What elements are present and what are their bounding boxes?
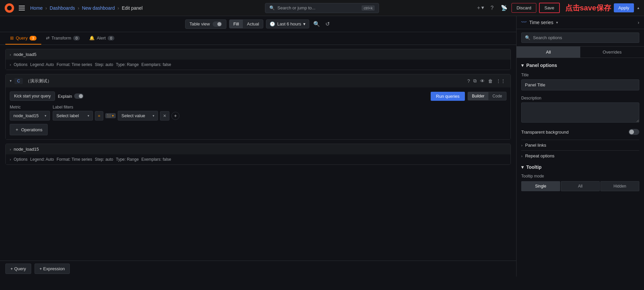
metric-select[interactable]: node_load15 ▾ [10, 111, 50, 121]
filter-operator-select[interactable]: = [95, 111, 103, 121]
right-panel: 〰 Time series ▾ › 🔍 Search options All O… [517, 16, 644, 277]
query-c-help-icon[interactable]: ? [466, 77, 471, 85]
actual-option[interactable]: Actual [243, 20, 263, 28]
panel-options-label: Panel options [526, 63, 557, 68]
tab-query[interactable]: ⊞ Query 3 [5, 32, 41, 45]
query-c-collapse-icon[interactable]: ▾ [10, 79, 12, 83]
title-input[interactable] [521, 79, 639, 90]
breadcrumb-home[interactable]: Home [30, 5, 43, 11]
repeat-options-row[interactable]: › Repeat options [521, 150, 639, 161]
time-range-picker[interactable]: 🕐 Last 6 hours ▾ [266, 19, 309, 28]
query-c-visibility-icon[interactable]: 👁 [479, 77, 486, 85]
run-queries-button[interactable]: Run queries [431, 92, 465, 101]
operator-dropdown-arrow[interactable]: ▾ [111, 114, 114, 118]
search-options-icon: 🔍 [525, 35, 530, 40]
kick-start-button[interactable]: Kick start your query [10, 91, 55, 101]
repeat-options-expand-icon: › [521, 154, 523, 158]
select-label-text: Select label [56, 113, 79, 118]
fill-actual-toggle[interactable]: Fill Actual [229, 19, 264, 28]
table-view-switch[interactable] [213, 21, 222, 27]
builder-option[interactable]: Builder [468, 92, 488, 100]
metric-value: node_load15 [13, 113, 39, 118]
title-field-group: Title [521, 73, 639, 90]
right-content: ▾ Panel options Title Description Transp… [517, 58, 644, 277]
breadcrumb-dashboards[interactable]: Dashboards [50, 5, 75, 11]
panel-right-expand-icon[interactable]: › [638, 20, 639, 25]
panel-collapse-icon[interactable]: ▲ [637, 6, 640, 10]
query-b-format: Format: Time series [57, 157, 92, 162]
explain-switch[interactable] [74, 93, 84, 99]
query-c-drag-icon[interactable]: ⋮⋮ [495, 77, 506, 85]
alert-tab-label: Alert [97, 35, 106, 41]
query-b-expand-icon[interactable]: › [10, 147, 11, 151]
right-panel-tabs: All Overrides [517, 47, 644, 58]
query-a-exemplars: Exemplars: false [142, 62, 171, 67]
refresh-button[interactable]: ↺ [324, 19, 331, 28]
query-a-step: Step: auto [95, 62, 113, 67]
breadcrumb-new-dashboard[interactable]: New dashboard [82, 5, 115, 11]
query-c-toolbar: Kick start your query Explain Run querie… [10, 91, 506, 101]
hamburger-menu-icon[interactable] [19, 6, 25, 10]
query-b-options-label: Options [14, 157, 28, 162]
logo[interactable] [4, 3, 15, 13]
add-filter-button[interactable]: ＋ [171, 112, 179, 120]
tooltip-hidden-option[interactable]: Hidden [600, 181, 639, 191]
metric-group: Metric node_load15 ▾ [10, 105, 50, 121]
transparent-bg-toggle[interactable] [629, 129, 639, 135]
query-c-letter: C [14, 78, 23, 84]
description-field-label: Description [521, 96, 639, 100]
select-value-text: Select value [121, 113, 145, 118]
tab-alert[interactable]: 🔔 Alert 0 [85, 32, 119, 45]
select-label-input[interactable]: Select label ▾ [53, 111, 93, 121]
query-c-delete-icon[interactable]: 🗑 [487, 77, 494, 85]
search-container[interactable]: 🔍 Search or jump to... ctrl+k [265, 3, 379, 13]
zoom-out-button[interactable]: 🔍 [312, 19, 321, 28]
clear-filter-button[interactable]: ✕ [160, 111, 169, 121]
tab-overrides[interactable]: Overrides [580, 47, 644, 58]
panel-links-row[interactable]: › Panel links [521, 140, 639, 150]
select-value-input[interactable]: Select value ▾ [118, 111, 158, 121]
table-view-toggle[interactable]: Table view [185, 19, 226, 29]
transform-tab-icon: ⇄ [46, 35, 50, 41]
panel-links-label: Panel links [525, 143, 546, 148]
operations-button[interactable]: ＋ Operations [10, 124, 48, 135]
label-filters-label: Label filters [53, 105, 179, 110]
notifications-icon[interactable]: 📡 [499, 3, 509, 13]
query-a-options-expand[interactable]: › [10, 63, 11, 67]
grafana-logo-icon [5, 3, 14, 13]
query-b-options-expand[interactable]: › [10, 157, 11, 161]
builder-code-toggle: Builder Code [468, 92, 506, 100]
tooltip-single-option[interactable]: Single [521, 181, 560, 191]
search-shortcut: ctrl+k [362, 5, 375, 11]
add-expression-button[interactable]: + Expression [35, 264, 70, 274]
tab-all[interactable]: All [517, 47, 580, 58]
tooltip-all-option[interactable]: All [561, 181, 600, 191]
global-search-bar[interactable]: 🔍 Search or jump to... ctrl+k [265, 3, 379, 13]
description-textarea[interactable] [521, 102, 639, 123]
tab-transform[interactable]: ⇄ Transform 0 [41, 32, 85, 45]
save-button[interactable]: Save [539, 3, 560, 13]
apply-button[interactable]: Apply [614, 3, 634, 12]
fill-option[interactable]: Fill [229, 20, 243, 28]
operations-label: Operations [21, 127, 43, 132]
repeat-options-label: Repeat options [525, 153, 554, 158]
panel-options-collapse-icon: ▾ [521, 63, 524, 68]
viz-dropdown-arrow[interactable]: ▾ [556, 20, 558, 25]
search-options-input[interactable]: 🔍 Search options [521, 32, 639, 43]
query-c-duplicate-icon[interactable]: ⧉ [472, 77, 478, 85]
panel-options-section-header[interactable]: ▾ Panel options [521, 63, 639, 68]
query-a-expand-icon[interactable]: › [10, 53, 11, 57]
clock-icon: 🕐 [270, 21, 275, 26]
tooltip-section-header[interactable]: ▾ Tooltip [521, 164, 639, 170]
breadcrumb: Home › Dashboards › New dashboard › Edit… [30, 5, 475, 11]
add-query-button[interactable]: + Query [5, 264, 31, 274]
code-option[interactable]: Code [488, 92, 506, 100]
query-tabs: ⊞ Query 3 ⇄ Transform 0 🔔 Alert 0 [0, 32, 516, 45]
discard-button[interactable]: Discard [512, 3, 536, 13]
add-icon[interactable]: ＋▾ [475, 3, 485, 13]
search-placeholder-text: Search or jump to... [277, 5, 315, 10]
help-icon[interactable]: ? [487, 3, 497, 13]
breadcrumb-sep-3: › [117, 5, 119, 11]
query-a-name: node_load5 [14, 52, 37, 57]
left-panel: Table view Fill Actual 🕐 Last 6 hours ▾ … [0, 16, 517, 277]
